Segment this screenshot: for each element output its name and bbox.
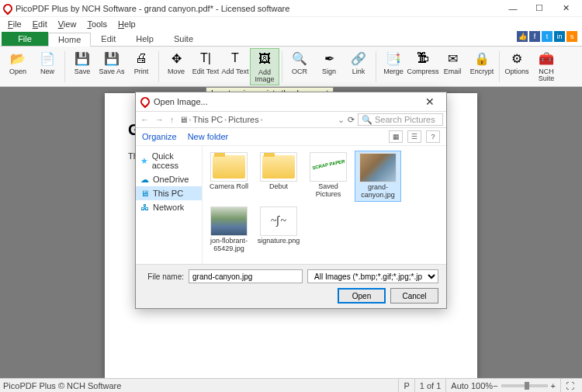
help-button[interactable]: ? (426, 130, 440, 143)
link-button[interactable]: 🔗Link (344, 48, 373, 85)
image-thumb: ~ʃ~ (260, 206, 297, 236)
refresh-button[interactable]: ⟳ (348, 115, 355, 125)
zoom-in-button[interactable]: + (551, 381, 556, 390)
filter-select[interactable]: All Images (*.bmp;*.gif;*.jpg;*.jp (307, 269, 438, 283)
dialog-sidebar: ★Quick access ☁OneDrive 🖥This PC 🖧Networ… (136, 146, 203, 264)
menu-view[interactable]: View (54, 19, 81, 29)
menu-tools[interactable]: Tools (82, 19, 112, 29)
nchsuite-button[interactable]: 🧰NCH Suite (532, 48, 561, 85)
statusbar: PicoPDF Plus © NCH Software P 1 of 1 Aut… (0, 378, 582, 392)
minimize-button[interactable]: — (500, 0, 526, 17)
share-icon[interactable]: s (566, 31, 577, 42)
file-jon-flobrant[interactable]: jon-flobrant-65429.jpg (206, 205, 252, 255)
close-button[interactable]: ✕ (553, 0, 579, 17)
nav-back-button[interactable]: ← (139, 115, 151, 124)
options-icon: ⚙ (508, 50, 525, 67)
open-file-button[interactable]: Open (338, 288, 386, 304)
image-thumb (359, 153, 397, 182)
like-icon[interactable]: 👍 (517, 31, 528, 42)
menu-edit[interactable]: Edit (28, 19, 52, 29)
edittext-button[interactable]: T|Edit Text (191, 48, 220, 85)
tab-suite[interactable]: Suite (164, 32, 203, 46)
folder-debut[interactable]: Debut (255, 151, 302, 202)
network-icon: 🖧 (140, 203, 150, 212)
nav-forward-button[interactable]: → (154, 115, 165, 124)
open-image-dialog: Open Image... ✕ ← → ↑ 🖥 › This PC › Pict… (135, 92, 447, 309)
search-icon: 🔍 (362, 115, 372, 125)
merge-icon: 📑 (385, 50, 402, 67)
print-icon: 🖨 (133, 50, 150, 67)
sidebar-network[interactable]: 🖧Network (136, 200, 202, 214)
open-button[interactable]: 📂Open (3, 48, 33, 85)
email-button[interactable]: ✉Email (438, 48, 467, 85)
linkedin-icon[interactable]: in (554, 31, 565, 42)
pc-icon: 🖥 (179, 115, 188, 124)
filename-label: File name: (144, 272, 184, 281)
sidebar-quick-access[interactable]: ★Quick access (136, 149, 202, 172)
suite-icon: 🧰 (538, 50, 555, 67)
view-thumbs-button[interactable]: ▦ (389, 130, 403, 143)
new-icon: 📄 (39, 50, 56, 67)
saveas-button[interactable]: 💾Save As (97, 48, 126, 85)
saveas-icon: 💾 (103, 50, 120, 67)
email-icon: ✉ (444, 50, 461, 67)
save-icon: 💾 (74, 50, 91, 67)
newfolder-button[interactable]: New folder (188, 132, 229, 141)
addtext-button[interactable]: TAdd Text (220, 48, 250, 85)
file-grid: Camera Roll Debut Saved Pictures grand-c… (203, 146, 446, 264)
addimage-button[interactable]: 🖼Add Image (250, 48, 279, 85)
organize-button[interactable]: Organize (142, 132, 177, 141)
filename-input[interactable] (189, 269, 303, 283)
sign-icon: ✒ (320, 50, 338, 67)
save-button[interactable]: 💾Save (68, 48, 97, 85)
status-product: PicoPDF Plus © NCH Software (3, 381, 121, 390)
facebook-icon[interactable]: f (529, 31, 540, 42)
breadcrumb[interactable]: 🖥 › This PC › Pictures › (179, 115, 335, 124)
compress-icon: 🗜 (414, 50, 431, 67)
encrypt-button[interactable]: 🔒Encrypt (467, 48, 497, 85)
tab-edit[interactable]: Edit (91, 32, 126, 46)
twitter-icon[interactable]: t (542, 31, 553, 42)
print-button[interactable]: 🖨Print (126, 48, 156, 85)
folder-saved-pictures[interactable]: Saved Pictures (305, 151, 352, 202)
cloud-icon: ☁ (140, 175, 150, 184)
zoom-out-button[interactable]: − (493, 381, 497, 390)
view-list-button[interactable]: ☰ (407, 130, 421, 143)
compress-button[interactable]: 🗜Compress (408, 48, 438, 85)
sidebar-thispc[interactable]: 🖥This PC (136, 186, 202, 200)
nav-up-button[interactable]: ↑ (168, 115, 176, 124)
tabbar: File Home Edit Help Suite 👍 f t in s (0, 31, 582, 47)
tab-file[interactable]: File (2, 32, 48, 46)
dropdown-icon[interactable]: ⌄ (338, 115, 345, 125)
image-thumb (210, 206, 248, 236)
maximize-button[interactable]: ☐ (526, 0, 553, 17)
sign-button[interactable]: ✒Sign (314, 48, 344, 85)
pc-icon: 🖥 (140, 189, 150, 198)
move-button[interactable]: ✥Move (161, 48, 191, 85)
menubar: File Edit View Tools Help (0, 17, 582, 31)
merge-button[interactable]: 📑Merge (379, 48, 408, 85)
menu-file[interactable]: File (3, 19, 26, 29)
fullscreen-button[interactable]: ⛶ (560, 379, 579, 392)
ocr-icon: 🔍 (291, 50, 308, 67)
sidebar-onedrive[interactable]: ☁OneDrive (136, 172, 202, 186)
zoom-slider[interactable] (501, 384, 548, 387)
tab-help[interactable]: Help (126, 32, 164, 46)
status-zoom: Auto 100% −+ (445, 379, 560, 392)
folder-camera-roll[interactable]: Camera Roll (206, 151, 252, 202)
dialog-title: Open Image... (154, 97, 418, 106)
titlebar: PicoPDF Plus by NCH Software - grand can… (0, 0, 582, 17)
tab-home[interactable]: Home (48, 33, 91, 47)
new-button[interactable]: 📄New (33, 48, 62, 85)
app-icon (2, 2, 15, 15)
dialog-icon (139, 95, 152, 109)
menu-help[interactable]: Help (113, 19, 140, 29)
file-grand-canyon[interactable]: grand-canyon.jpg (355, 151, 401, 202)
ocr-button[interactable]: 🔍OCR (285, 48, 314, 85)
folder-icon (213, 155, 245, 179)
dialog-close-button[interactable]: ✕ (418, 95, 442, 108)
options-button[interactable]: ⚙Options (502, 48, 532, 85)
cancel-button[interactable]: Cancel (390, 288, 438, 304)
search-input[interactable]: 🔍 Search Pictures (358, 113, 443, 126)
file-signature[interactable]: ~ʃ~signature.png (255, 205, 302, 255)
